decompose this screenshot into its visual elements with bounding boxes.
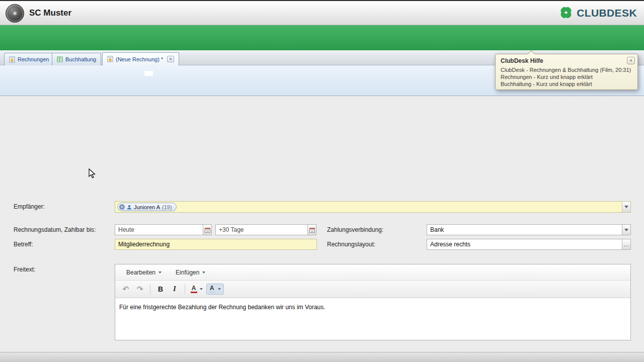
chip-count: (19) [162,204,172,210]
empfaenger-label: Empfänger: [14,203,45,210]
zahlungsverbindung-value: Bank [430,226,444,233]
chip-remove-icon[interactable]: ✕ [119,204,125,210]
menu-label: Bearbeiten [126,269,155,276]
zahlungsverbindung-select[interactable]: Bank [427,224,631,235]
club-logo-star-icon: ✶ [12,10,18,17]
redo-icon[interactable]: ↷ [133,283,146,296]
freitext-label: Freitext: [14,266,35,273]
new-invoice-tab-icon [107,56,113,62]
calendar-picker-icon [309,227,315,233]
betreff-value: Mitgliederrechnung [118,241,170,248]
editor-menu-bearbeiten[interactable]: Bearbeiten [121,267,167,278]
rechnungslayout-value: Adresse rechts [430,241,470,248]
editor-content[interactable]: Für eine fristgerechte Bezahlung der Rec… [115,298,630,316]
app-title: SC Muster [29,8,71,18]
toolbar-divider [185,284,185,294]
zahlbar-bis-calendar-trigger[interactable] [307,225,316,235]
empfaenger-dropdown-trigger[interactable] [622,202,630,212]
datum-label: Rechnungsdatum, Zahlbar bis: [14,226,96,233]
chevron-down-icon [218,288,221,290]
rechnungsdatum-calendar-trigger[interactable] [203,225,211,235]
clover-logo-icon [558,6,574,20]
chevron-down-icon [200,288,203,290]
tab-buchhaltung[interactable]: Buchhaltung [52,53,101,65]
club-logo: ✶ [6,4,24,23]
background-color-button[interactable]: A [206,284,224,295]
help-link-film[interactable]: ClubDesk - Rechnungen & Buchhaltung (Fil… [496,66,637,73]
zahlbar-bis-value: +30 Tage [219,226,244,233]
menu-label: Einfügen [176,269,199,276]
invoice-tab-icon [9,56,15,63]
rechnungsdatum-value: Heute [118,226,134,233]
main-toolbar: 15 $ Benutzer: Muster Peter ⚙ ? [0,25,644,50]
chevron-down-icon [202,272,205,274]
toolbar-divider [150,284,150,294]
chip-label: Junioren A [134,204,160,210]
zahlbar-bis-field[interactable]: +30 Tage [215,224,316,235]
zahlungsverbindung-dropdown-trigger[interactable] [622,225,630,235]
calendar-picker-icon [205,227,210,233]
help-popup-close-icon[interactable]: ✕ [627,57,635,64]
help-link-rechnungen[interactable]: Rechnungen - Kurz und knapp erklärt [496,73,637,80]
group-person-icon [127,205,132,210]
help-popup: ClubDesk Hilfe ✕ ClubDesk - Rechnungen &… [495,54,638,90]
undo-icon[interactable]: ↶ [119,283,132,296]
selected-module-notch [144,71,153,76]
editor-menubar: Bearbeiten Einfügen [115,264,630,281]
tab-label: Rechnungen [18,56,49,62]
empfaenger-field[interactable]: ✕ Junioren A (19) [115,201,631,213]
text-color-button[interactable]: A [189,284,205,294]
tab-rechnungen[interactable]: Rechnungen [4,53,54,65]
editor-toolbar: ↶ ↷ B I A A [115,281,630,298]
tab-neue-rechnung[interactable]: (Neue Rechnung) * ✕ [102,52,179,65]
bg-color-letter: A [210,285,214,292]
status-bar [0,352,644,362]
rechnungslayout-browse-button[interactable]: … [622,239,630,249]
text-color-letter: A [192,285,196,292]
chevron-down-icon [158,272,162,274]
invoice-form: Empfänger: ✕ Junioren A (19) Rechnungsda… [0,96,644,352]
rechnungslayout-label: Rechnungslayout: [327,241,375,248]
clubdesk-brand: CLUBDESK [558,6,637,20]
title-bar: ✶ SC Muster CLUBDESK [0,0,644,25]
italic-button[interactable]: I [168,283,181,296]
recipient-chip[interactable]: ✕ Junioren A (19) [117,203,177,211]
zahlungsverbindung-label: Zahlungsverbindung: [327,226,383,233]
tab-label: (Neue Rechnung) * [116,56,163,62]
freitext-editor[interactable]: Bearbeiten Einfügen ↶ ↷ B I A A Fü [115,264,631,340]
editor-menu-einfuegen[interactable]: Einfügen [171,267,210,278]
help-popup-title: ClubDesk Hilfe [496,54,637,66]
brand-name: CLUBDESK [577,7,637,19]
betreff-input[interactable]: Mitgliederrechnung [115,239,317,250]
tab-label: Buchhaltung [65,56,96,62]
rechnungslayout-field[interactable]: Adresse rechts … [427,239,631,250]
rechnungsdatum-field[interactable]: Heute [115,224,212,235]
betreff-label: Betreff: [14,241,33,248]
tab-close-icon[interactable]: ✕ [167,56,174,62]
help-link-buchhaltung[interactable]: Buchhaltung - Kurz und knapp erklärt [496,80,637,87]
ledger-tab-icon [57,56,63,62]
bold-button[interactable]: B [154,283,167,296]
